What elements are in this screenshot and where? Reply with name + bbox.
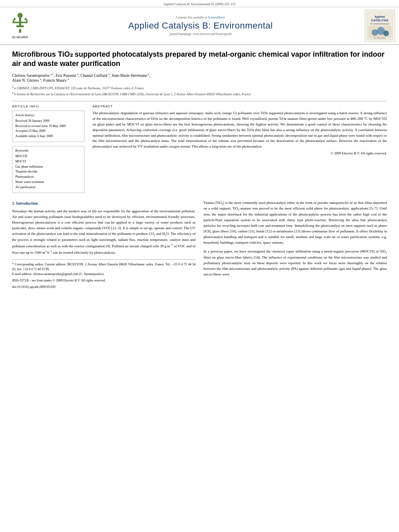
keyword-mocvd: MOCVD	[15, 154, 81, 159]
catalysis-logo-icon: Applied CATALYSIS B: Environmental ELSEV…	[367, 12, 393, 40]
article-history-block: Article history: Received 28 January 200…	[12, 111, 84, 142]
online-date: Available online 6 June 2009	[15, 134, 81, 139]
svg-point-7	[18, 13, 23, 18]
received-date: Received 28 January 2009	[15, 119, 81, 124]
contents-line: Contents lists available at ScienceDirec…	[176, 16, 225, 19]
keyword-gas-phase: Gas phase infiltration	[15, 164, 81, 170]
revised-date: Received in revised form 19 May 2009	[15, 124, 81, 129]
svg-point-8	[14, 18, 16, 21]
page: Applied Catalysis B: Environmental 91 (2…	[0, 0, 399, 532]
elsevier-logo: ELSEVIER	[4, 10, 36, 42]
sciencedirect-link[interactable]: ScienceDirect	[208, 16, 225, 19]
keyword-air: Air purification	[15, 185, 81, 190]
elsevier-tree-icon	[8, 12, 32, 35]
article-title: Microfibrous TiO₂ supported photocatalys…	[12, 50, 387, 69]
keywords-subtitle: Keywords:	[15, 149, 81, 152]
elsevier-wordmark: ELSEVIER	[12, 35, 28, 39]
keywords-block: Keywords: MOCVD MOCVI Gas phase infiltra…	[12, 146, 84, 193]
journal-homepage: journal homepage: www.elsevier.com/locat…	[169, 32, 232, 36]
keyword-waste-water: Waste water treatment	[15, 180, 81, 185]
keyword-titanium: Titanium dioxide	[15, 169, 81, 175]
svg-rect-0	[19, 29, 21, 33]
footnote-corresponding: * Corresponding author. Current address:…	[12, 262, 195, 272]
svg-point-17	[383, 31, 389, 36]
body-content: 1. Introduction Nowadays the human activ…	[12, 200, 387, 290]
journal-center: Contents lists available at ScienceDirec…	[40, 10, 361, 42]
svg-rect-3	[13, 20, 14, 23]
header-divider	[12, 101, 387, 101]
body-left-column: 1. Introduction Nowadays the human activ…	[12, 200, 195, 290]
journal-header: ELSEVIER Contents lists available at Sci…	[0, 7, 399, 45]
footnote-section: * Corresponding author. Current address:…	[12, 259, 195, 290]
intro-paragraph-3: In a previous paper, we have investigate…	[204, 249, 387, 277]
article-info-abstract-section: ARTICLE INFO Article history: Received 2…	[12, 105, 387, 193]
accepted-date: Accepted 23 May 2009	[15, 129, 81, 134]
issn-line: 0926-3373/$ – see front matter © 2009 El…	[12, 278, 195, 283]
body-right-column: Titania (TiO2) is the most commonly used…	[204, 200, 387, 290]
catalysis-journal-logo: Applied CATALYSIS B: Environmental ELSEV…	[365, 10, 395, 42]
copyright-line: © 2009 Elsevier B.V. All rights reserved…	[93, 151, 387, 155]
intro-paragraph-1: Nowadays the human activity and the mode…	[12, 209, 195, 255]
abstract-heading: ABSTRACT	[93, 105, 387, 108]
doi-line: doi:10.1016/j.apcatb.2009.05.029	[12, 285, 195, 290]
article-info-heading: ARTICLE INFO	[12, 105, 84, 108]
journal-citation: Applied Catalysis B: Environmental 91 (2…	[163, 2, 236, 6]
authors: Christos Sarantopoulos a,*, Eric Puzenat…	[12, 73, 387, 83]
svg-point-9	[25, 18, 27, 21]
footnote-email: E-mail address: christos.sarantopoulos@g…	[12, 272, 195, 277]
abstract-text: The photocatalytic degradation of gaseou…	[93, 111, 387, 150]
svg-text:ELSEVIER: ELSEVIER	[374, 37, 386, 39]
keyword-mocvi: MOCVI	[15, 159, 81, 164]
svg-rect-5	[26, 20, 28, 23]
main-content: Microfibrous TiO₂ supported photocatalys…	[0, 45, 399, 294]
abstract-column: ABSTRACT The photocatalytic degradation …	[93, 105, 387, 193]
introduction-heading: 1. Introduction	[12, 200, 195, 207]
svg-text:Applied: Applied	[374, 15, 385, 18]
affiliations: a a CIRIMAT, CNRS-INPT-UPS, ENSIACET, 11…	[12, 85, 387, 97]
article-info-column: ARTICLE INFO Article history: Received 2…	[12, 105, 84, 193]
svg-text:B: Environmental: B: Environmental	[370, 23, 389, 25]
intro-paragraph-2: Titania (TiO2) is the most commonly used…	[204, 200, 387, 246]
top-bar: Applied Catalysis B: Environmental 91 (2…	[0, 0, 399, 7]
svg-text:CATALYSIS: CATALYSIS	[371, 18, 389, 22]
keyword-photocatalysis: Photocatalysis	[15, 175, 81, 180]
history-subtitle: Article history:	[15, 113, 81, 117]
journal-title: Applied Catalysis B: Environmental	[128, 21, 273, 31]
